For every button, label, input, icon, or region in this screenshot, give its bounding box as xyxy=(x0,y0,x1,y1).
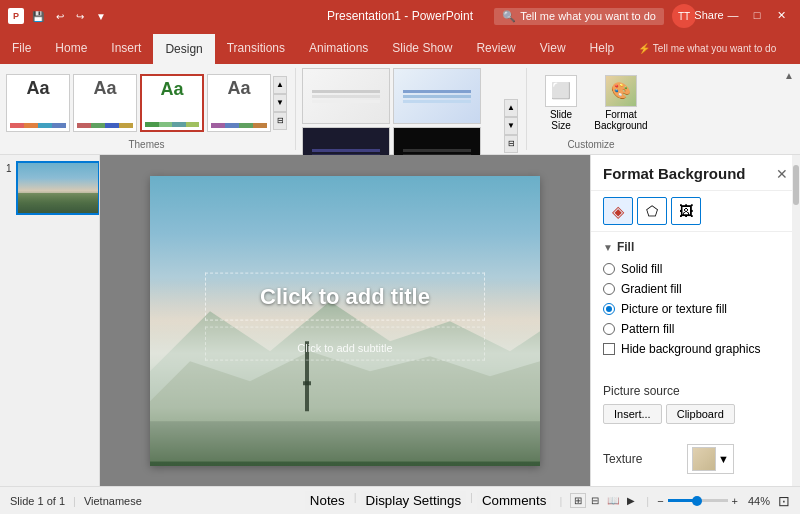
search-bar[interactable]: 🔍 Tell me what you want to do xyxy=(494,8,664,25)
texture-dropdown[interactable]: ▼ xyxy=(687,444,734,474)
tab-transitions[interactable]: Transitions xyxy=(215,32,297,64)
panel-scroll-thumb[interactable] xyxy=(793,165,799,205)
language[interactable]: Vietnamese xyxy=(84,495,142,507)
status-left: Slide 1 of 1 | Vietnamese xyxy=(10,495,142,507)
tab-help[interactable]: Help xyxy=(578,32,627,64)
theme-scroll-down[interactable]: ▼ xyxy=(273,94,287,112)
pattern-fill-radio[interactable] xyxy=(603,323,615,335)
slide-sorter-btn[interactable]: ⊟ xyxy=(588,494,602,507)
more-btn[interactable]: ▼ xyxy=(92,9,110,24)
slide-text-area: Click to add title Click to add subtitle xyxy=(205,272,485,360)
user-avatar[interactable]: TT xyxy=(672,4,696,28)
gradient-fill-radio[interactable] xyxy=(603,283,615,295)
theme-scroll-up[interactable]: ▲ xyxy=(273,76,287,94)
theme-3[interactable]: Aa xyxy=(140,74,204,132)
zoom-slider[interactable] xyxy=(668,499,728,502)
slideshow-btn[interactable]: ▶ xyxy=(624,494,638,507)
ribbon-collapse-btn[interactable]: ▲ xyxy=(784,70,794,81)
slide-info: Slide 1 of 1 xyxy=(10,495,65,507)
customize-group: ⬜ SlideSize 🎨 FormatBackground Customize xyxy=(533,68,657,150)
comments-btn[interactable]: Comments xyxy=(477,491,551,510)
search-icon: 🔍 xyxy=(502,10,516,23)
slide-thumbnail[interactable] xyxy=(16,161,100,215)
undo-btn[interactable]: ↩ xyxy=(52,9,68,24)
picture-fill-option[interactable]: Picture or texture fill xyxy=(603,302,788,316)
tab-animations[interactable]: Animations xyxy=(297,32,380,64)
tab-home[interactable]: Home xyxy=(43,32,99,64)
reading-view-btn[interactable]: 📖 xyxy=(604,494,622,507)
hide-bg-option[interactable]: Hide background graphics xyxy=(603,342,788,356)
tab-view[interactable]: View xyxy=(528,32,578,64)
panel-header: Format Background ✕ xyxy=(591,155,800,191)
variant-2[interactable] xyxy=(393,68,481,124)
theme-4[interactable]: Aa xyxy=(207,74,271,132)
notes-btn[interactable]: Notes xyxy=(305,491,350,510)
texture-dropdown-arrow: ▼ xyxy=(718,453,729,465)
picture-source-btns: Insert... Clipboard xyxy=(603,404,788,424)
tab-slideshow[interactable]: Slide Show xyxy=(380,32,464,64)
texture-label: Texture xyxy=(603,452,683,466)
picture-fill-label: Picture or texture fill xyxy=(621,302,727,316)
slide-title: Click to add title xyxy=(226,283,464,309)
slide-subtitle-placeholder[interactable]: Click to add subtitle xyxy=(205,326,485,360)
solid-fill-option[interactable]: Solid fill xyxy=(603,262,788,276)
slide-thumb-1[interactable]: 1 xyxy=(6,161,93,219)
hide-bg-label: Hide background graphics xyxy=(621,342,760,356)
panel-icon-row: ◈ ⬠ 🖼 xyxy=(591,191,800,232)
ribbon-tabs: File Home Insert Design Transitions Anim… xyxy=(0,32,800,64)
normal-view-btn[interactable]: ⊞ xyxy=(570,493,586,508)
insert-btn[interactable]: Insert... xyxy=(603,404,662,424)
close-btn[interactable]: ✕ xyxy=(770,4,792,26)
theme-grid: Aa Aa xyxy=(6,74,271,132)
status-divider-5: | xyxy=(646,495,649,507)
variant-scroll-up[interactable]: ▲ xyxy=(504,99,518,117)
picture-fill-radio[interactable] xyxy=(603,303,615,315)
tab-file[interactable]: File xyxy=(0,32,43,64)
variant-1[interactable] xyxy=(302,68,390,124)
ribbon: File Home Insert Design Transitions Anim… xyxy=(0,32,800,155)
tab-review[interactable]: Review xyxy=(464,32,527,64)
share-btn[interactable]: Share xyxy=(698,4,720,26)
fill-icon-btn[interactable]: ◈ xyxy=(603,197,633,225)
theme-office[interactable]: Aa xyxy=(6,74,70,132)
pattern-fill-option[interactable]: Pattern fill xyxy=(603,322,788,336)
picture-source-section: Picture source Insert... Clipboard xyxy=(591,378,800,438)
slide[interactable]: Click to add title Click to add subtitle xyxy=(150,176,540,466)
save-btn[interactable]: 💾 xyxy=(28,9,48,24)
zoom-in-btn[interactable]: + xyxy=(732,495,738,507)
display-settings-btn[interactable]: Display Settings xyxy=(361,491,467,510)
customize-items: ⬜ SlideSize 🎨 FormatBackground xyxy=(533,68,649,137)
panel-close-btn[interactable]: ✕ xyxy=(776,166,788,182)
fill-section-header: ▼ Fill xyxy=(603,240,788,254)
texture-row: Texture ▼ xyxy=(603,444,788,474)
status-divider-4: | xyxy=(559,495,562,507)
picture-icon-btn[interactable]: 🖼 xyxy=(671,197,701,225)
solid-fill-radio[interactable] xyxy=(603,263,615,275)
slide-panel: 1 xyxy=(0,155,590,486)
zoom-level: 44% xyxy=(742,495,770,507)
clipboard-btn[interactable]: Clipboard xyxy=(666,404,735,424)
tab-insert[interactable]: Insert xyxy=(99,32,153,64)
tab-tellme[interactable]: ⚡ Tell me what you want to do xyxy=(626,32,788,64)
effects-icon-btn[interactable]: ⬠ xyxy=(637,197,667,225)
zoom-out-btn[interactable]: − xyxy=(657,495,663,507)
panel-scrollbar[interactable] xyxy=(792,155,800,486)
theme-scroll-more[interactable]: ⊟ xyxy=(273,112,287,130)
slide-title-placeholder[interactable]: Click to add title xyxy=(205,272,485,320)
gradient-fill-option[interactable]: Gradient fill xyxy=(603,282,788,296)
maximize-btn[interactable]: □ xyxy=(746,4,768,26)
fill-toggle[interactable]: ▼ xyxy=(603,242,613,253)
format-bg-btn[interactable]: 🎨 FormatBackground xyxy=(593,71,649,135)
variants-group: ▲ ▼ ⊟ Variants xyxy=(302,68,527,150)
slide-thumbnails: 1 xyxy=(0,155,100,486)
redo-btn[interactable]: ↪ xyxy=(72,9,88,24)
theme-2[interactable]: Aa xyxy=(73,74,137,132)
variant-scroll-down[interactable]: ▼ xyxy=(504,117,518,135)
minimize-btn[interactable]: — xyxy=(722,4,744,26)
tab-design[interactable]: Design xyxy=(153,32,214,64)
texture-section: Texture ▼ xyxy=(591,438,800,486)
slide-size-btn[interactable]: ⬜ SlideSize xyxy=(533,71,589,135)
fit-btn[interactable]: ⊡ xyxy=(778,493,790,509)
variant-scroll-more[interactable]: ⊟ xyxy=(504,135,518,153)
hide-bg-checkbox[interactable] xyxy=(603,343,615,355)
